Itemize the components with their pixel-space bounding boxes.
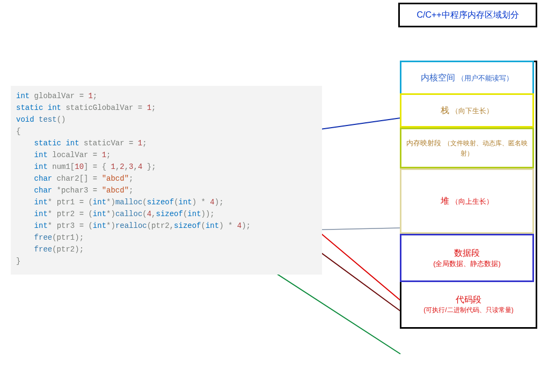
code-line-4: { (11, 125, 322, 137)
memory-regions: 内核空间 （用户不能读写） 栈 （向下生长） 内存映射段 （文件映射、动态库、匿… (400, 61, 537, 329)
region-data: 数据段 (全局数据、静态数据) (400, 234, 534, 282)
region-mmap: 内存映射段 （文件映射、动态库、匿名映射） (400, 128, 534, 168)
region-mmap-note: （文件映射、动态库、匿名映射） (444, 139, 528, 157)
code-line-1: int globalVar = 1; (11, 90, 322, 102)
code-line-13: int* ptr3 = (int*)realloc(ptr2,sizeof(in… (11, 220, 322, 232)
title-box: C/C++中程序内存区域划分 (398, 3, 537, 27)
region-code-note: (可执行/二进制代码、只读常量) (423, 306, 513, 315)
code-line-15: free(ptr2); (11, 243, 322, 255)
region-kernel-note: （用户不能读写） (457, 74, 513, 82)
region-stack: 栈 （向下生长） (400, 93, 534, 128)
region-code-main: 代码段 (456, 294, 481, 306)
code-line-9: char char2[] = "abcd"; (11, 173, 322, 184)
region-kernel-main: 内核空间 (421, 73, 455, 82)
region-heap-note: （向上生长） (451, 197, 493, 205)
code-line-14: free(ptr1); (11, 232, 322, 243)
code-line-16: } (11, 255, 322, 267)
code-line-6: int localVar = 1; (11, 149, 322, 161)
region-heap: 堆 （向上生长） (400, 168, 534, 234)
title-text: C/C++中程序内存区域划分 (416, 10, 518, 21)
region-mmap-main: 内存映射段 (406, 139, 441, 147)
code-block: int globalVar = 1; static int staticGlob… (11, 86, 322, 275)
code-line-5: static int staticVar = 1; (11, 137, 322, 149)
code-line-10: char *pchar3 = "abcd"; (11, 184, 322, 196)
code-line-2: static int staticGlobalVar = 1; (11, 102, 322, 114)
region-kernel: 内核空间 （用户不能读写） (400, 61, 534, 95)
region-heap-main: 堆 (441, 196, 449, 205)
code-line-3: void test() (11, 114, 322, 125)
code-line-12: int* ptr2 = (int*)calloc(4,sizeof(int)); (11, 208, 322, 220)
region-data-note: (全局数据、静态数据) (433, 259, 501, 269)
region-stack-note: （向下生长） (451, 107, 493, 115)
region-data-main: 数据段 (454, 248, 480, 259)
code-line-8: int num1[10] = { 1,2,3,4 }; (11, 161, 322, 173)
region-stack-main: 栈 (441, 106, 449, 115)
code-line-11: int* ptr1 = (int*)malloc(sizeof(int) * 4… (11, 196, 322, 208)
region-code: 代码段 (可执行/二进制代码、只读常量) (401, 282, 536, 327)
